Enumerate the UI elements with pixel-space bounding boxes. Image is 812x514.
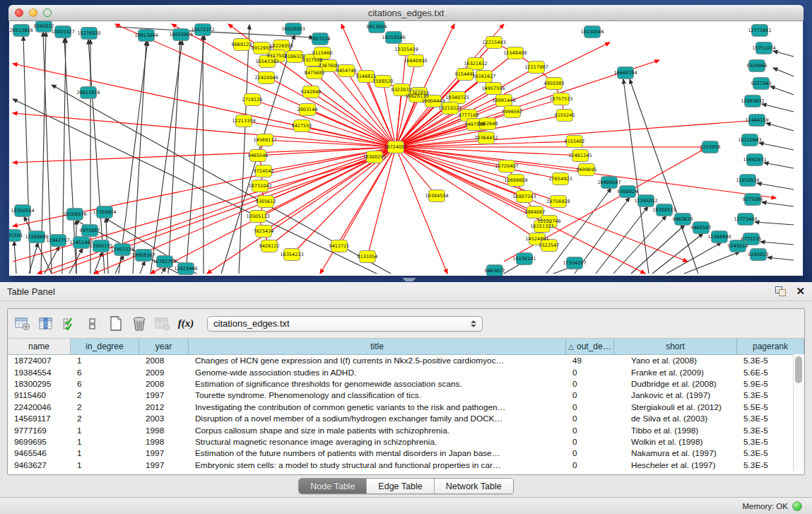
graph-edge[interactable]	[755, 222, 794, 225]
tab-edge-table[interactable]: Edge Table	[367, 479, 434, 493]
table-select-dropdown[interactable]: citations_edges.txt	[207, 316, 483, 332]
graph-edge[interactable]	[13, 99, 377, 274]
graph-edge[interactable]	[766, 123, 794, 131]
table-cell[interactable]: Tibbo et al. (1998)	[614, 426, 737, 436]
table-cell[interactable]: Disruption of a novel member of a sodium…	[189, 414, 566, 424]
table-cell[interactable]: Genome-wide association studies in ADHD.	[189, 368, 566, 378]
table-cell[interactable]: 1998	[139, 426, 189, 436]
table-cell[interactable]: 9115460	[8, 390, 71, 400]
table-cell[interactable]: 9777169	[8, 426, 71, 436]
table-cell[interactable]: 0	[566, 368, 614, 378]
table-row[interactable]: 1938455462009Genome-wide association stu…	[8, 366, 804, 378]
table-cell[interactable]: 19384554	[8, 368, 71, 378]
table-cell[interactable]: Jankovic et al. (1997)	[614, 390, 737, 400]
table-cell[interactable]: Corpus callosum shape and size in male p…	[189, 426, 566, 436]
table-cell[interactable]: 1	[71, 460, 139, 470]
table-cell[interactable]: 6	[71, 368, 139, 378]
graph-edge[interactable]	[684, 252, 740, 274]
table-cell[interactable]: 1	[71, 437, 139, 447]
column-header-pagerank[interactable]: pagerank	[737, 339, 804, 354]
tab-node-table[interactable]: Node Table	[299, 479, 367, 493]
table-cell[interactable]: 9465546	[8, 448, 71, 458]
table-cell[interactable]: Changes of HCN gene expression and I(f) …	[189, 356, 566, 366]
graph-edge[interactable]	[762, 202, 794, 206]
column-header-in-degree[interactable]: in_degree	[71, 339, 139, 354]
select-columns-icon[interactable]	[37, 315, 55, 333]
table-cell[interactable]: 2	[71, 402, 139, 412]
delete-icon[interactable]	[130, 315, 148, 333]
graph-edge[interactable]	[757, 183, 794, 189]
graph-edge[interactable]	[161, 267, 166, 274]
float-panel-icon[interactable]	[775, 286, 786, 296]
graph-edge[interactable]	[759, 143, 794, 150]
table-cell[interactable]: 22420046	[8, 402, 71, 412]
close-panel-icon[interactable]: ✕	[796, 286, 805, 296]
graph-edge[interactable]	[596, 206, 648, 274]
table-cell[interactable]: de Silva et al. (2003)	[614, 414, 737, 424]
graph-edge[interactable]	[140, 261, 145, 274]
table-cell[interactable]: Nakamura et al. (1997)	[614, 448, 737, 458]
graph-edge[interactable]	[24, 216, 52, 274]
table-cell[interactable]: 2003	[139, 414, 189, 424]
table-cell[interactable]: 2008	[139, 356, 189, 366]
table-cell[interactable]: 2	[71, 414, 139, 424]
table-cell[interactable]: 0	[566, 448, 614, 458]
table-cell[interactable]: 2012	[139, 402, 189, 412]
column-header-name[interactable]: name	[8, 339, 71, 354]
table-cell[interactable]: 1	[71, 426, 139, 436]
table-cell[interactable]: Stergiakouli et al. (2012)	[614, 402, 737, 412]
table-row[interactable]: 1830029562008Estimation of significance …	[8, 378, 804, 390]
table-row[interactable]: 946554611997Estimation of the future num…	[8, 448, 804, 459]
graph-edge[interactable]	[14, 241, 16, 274]
graph-edge[interactable]	[762, 104, 794, 112]
citation-network-graph[interactable]: 1872400718300295193845548660123891295518…	[9, 21, 803, 276]
column-header-title[interactable]: title	[189, 339, 566, 354]
column-header-short[interactable]: short	[614, 339, 737, 354]
table-cell[interactable]: Investigating the contribution of common…	[189, 402, 566, 412]
table-cell[interactable]: Yano et al. (2008)	[614, 356, 737, 366]
table-row[interactable]: 1456911722003Disruption of a novel membe…	[8, 413, 804, 424]
column-header-year[interactable]: year	[139, 339, 189, 354]
table-vertical-scrollbar[interactable]	[793, 354, 804, 471]
table-cell[interactable]: 49	[566, 356, 614, 366]
table-cell[interactable]: 1	[71, 356, 139, 366]
table-cell[interactable]: 14569117	[8, 414, 71, 424]
table-cell[interactable]: 1997	[139, 460, 189, 470]
close-window-button[interactable]	[15, 8, 23, 17]
graph-edge[interactable]	[631, 225, 685, 274]
graph-edge[interactable]	[764, 163, 794, 168]
table-row[interactable]: 2242004622012Investigating the contribut…	[8, 402, 804, 413]
table-cell[interactable]: 2009	[139, 368, 189, 378]
table-cell[interactable]: 1997	[139, 448, 189, 458]
table-cell[interactable]: 0	[566, 390, 614, 400]
graph-edge[interactable]	[13, 113, 396, 147]
table-cell[interactable]: Franke et al. (2009)	[614, 368, 737, 378]
table-cell[interactable]: 0	[566, 402, 614, 412]
graph-edge[interactable]	[773, 68, 794, 76]
table-row[interactable]: 946362711997Embryonic stem cells: a mode…	[8, 460, 804, 471]
table-cell[interactable]: Hescheler et al. (1997)	[614, 460, 737, 470]
network-window-titlebar[interactable]: citations_edges.txt	[8, 5, 804, 21]
maximize-window-button[interactable]	[43, 8, 52, 17]
graph-edge[interactable]	[186, 35, 204, 274]
graph-edge[interactable]	[770, 86, 794, 95]
table-cell[interactable]: Dudbridge et al. (2008)	[614, 379, 737, 389]
unselect-all-icon[interactable]	[83, 315, 102, 333]
graph-edge[interactable]	[29, 243, 38, 274]
table-row[interactable]: 1872400712008Changes of HCN gene express…	[8, 355, 804, 366]
table-cell[interactable]: 0	[566, 437, 614, 447]
network-canvas[interactable]: 1872400718300295193845548660123891295518…	[9, 21, 803, 276]
table-cell[interactable]: Embryonic stem cells: a model to study s…	[189, 460, 566, 470]
graph-edge[interactable]	[773, 51, 794, 57]
graph-edge[interactable]	[613, 216, 666, 274]
table-cell[interactable]: 1	[71, 448, 139, 458]
graph-edge[interactable]	[666, 243, 722, 274]
table-cell[interactable]: Tourette syndrome. Phenomenology and cla…	[189, 390, 566, 400]
table-cell[interactable]: 0	[566, 426, 614, 436]
table-row[interactable]: 969969511998Structural magnetic resonanc…	[8, 436, 804, 448]
column-header-out-degree[interactable]: △out_de…	[566, 339, 614, 354]
table-row[interactable]: 977716911998Corpus callosum shape and si…	[8, 424, 804, 436]
table-cell[interactable]: 9463627	[8, 460, 71, 470]
graph-edge[interactable]	[767, 257, 794, 260]
table-cell[interactable]: 1997	[139, 390, 189, 400]
